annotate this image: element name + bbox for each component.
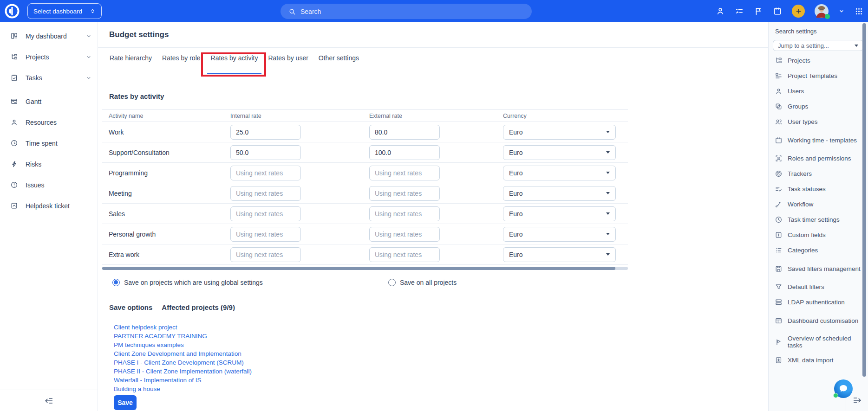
activity-name: Support/Consultation [102,149,230,156]
currency-select[interactable]: Euro [503,166,616,180]
sidebar-item-risks[interactable]: Risks [0,154,98,174]
setting-item-groups[interactable]: Groups [769,99,868,114]
app-logo-icon[interactable] [4,3,20,19]
save-button[interactable]: Save [114,395,137,410]
setting-item-working-time-templates[interactable]: Working time - templates [769,129,868,151]
currency-select[interactable]: Euro [503,186,616,201]
project-link-phase-i-client-zone-development-scrum[interactable]: PHASE I - Client Zone Development (SCRUM… [114,358,244,367]
setting-item-default-filters[interactable]: Default filters [769,279,868,295]
project-link-phase-ii-client-zone-implementation-waterfall[interactable]: PHASE II - Client Zone Implementation (w… [114,367,252,376]
tasks-icon [10,74,18,82]
horizontal-scrollbar-thumb[interactable] [102,267,615,270]
setting-item-trackers[interactable]: Trackers [769,166,868,181]
radio-button[interactable] [388,279,396,286]
setting-item-dashboard-customisation[interactable]: Dashboard customisation [769,310,868,331]
internal-rate-input[interactable] [230,206,301,221]
horizontal-scrollbar[interactable] [102,267,628,270]
setting-item-custom-fields[interactable]: Custom fields [769,227,868,243]
apps-grid-icon[interactable] [855,7,863,16]
setting-item-roles-and-permissions[interactable]: Roles and permissions [769,151,868,166]
settings-tabs: Rate hierarchyRates by roleRates by acti… [98,48,768,68]
setting-item-overview-of-scheduled-tasks[interactable]: Overview of scheduled tasks [769,331,868,353]
tab-rates-by-user[interactable]: Rates by user [263,48,313,68]
sidebar-item-helpdesk-ticket[interactable]: Helpdesk ticket [0,195,98,216]
external-rate-input[interactable] [369,125,440,140]
user-icon[interactable] [716,6,725,16]
setting-item-task-statuses[interactable]: Task statuses [769,181,868,197]
sidebar-item-tasks[interactable]: Tasks [0,67,98,88]
setting-item-categories[interactable]: Categories [769,243,868,258]
settings-sidebar: Search settings Jump to a setting... Pro… [768,22,868,411]
chevron-down-icon [86,75,91,81]
setting-item-ldap-authentication[interactable]: LDAP authentication [769,295,868,310]
currency-select[interactable]: Euro [503,206,616,221]
project-link-client-helpdesk-project[interactable]: Client helpdesk project [114,323,177,332]
search-input[interactable]: Search [281,4,532,19]
setting-item-xml-data-import[interactable]: XML data import [769,353,868,367]
internal-rate-input[interactable] [230,145,301,160]
add-new-button[interactable] [792,5,805,18]
chevron-down-icon[interactable] [838,8,845,14]
internal-rate-input[interactable] [230,227,301,242]
save-scope-options: Save on projects which are using global … [98,278,768,287]
internal-rate-input[interactable] [230,125,301,140]
select-dashboard-label: Select dashboard [33,8,82,15]
checklist-icon[interactable] [735,6,744,16]
setting-item-users[interactable]: Users [769,83,868,99]
setting-item-saved-filters-management[interactable]: Saved filters management [769,258,868,279]
setting-item-task-timer-settings[interactable]: Task timer settings [769,212,868,227]
setting-item-workflow[interactable]: Workflow [769,197,868,212]
radio-option-save-on-projects-which-are-using-global-settings[interactable]: Save on projects which are using global … [112,279,388,286]
tab-other-settings[interactable]: Other settings [313,48,364,68]
gantt-icon [10,97,18,105]
sidebar-item-projects[interactable]: Projects [0,46,98,67]
calendar-icon[interactable] [773,6,782,16]
currency-select[interactable]: Euro [503,227,616,242]
project-link-partner-academy-training[interactable]: PARTNER ACADEMY TRAINING [114,332,207,340]
activity-name: Meeting [102,190,230,197]
affected-projects-label[interactable]: Affected projects (9/9) [162,303,235,311]
currency-select[interactable]: Euro [503,247,616,262]
internal-rate-input[interactable] [230,186,301,201]
tab-rates-by-activity[interactable]: Rates by activity [206,48,263,68]
external-rate-input[interactable] [369,247,440,262]
currency-select[interactable]: Euro [503,125,616,140]
sidebar-item-time-spent[interactable]: Time spent [0,133,98,154]
external-rate-input[interactable] [369,166,440,180]
project-link-building-a-house[interactable]: Building a house [114,385,160,393]
user-avatar[interactable] [815,4,829,18]
chat-widget-button[interactable] [834,379,853,398]
project-link-waterfall-implementation-of-is[interactable]: Waterfall - Implementation of IS [114,376,202,385]
select-dashboard-button[interactable]: Select dashboard [27,3,102,19]
tab-rate-hierarchy[interactable]: Rate hierarchy [104,48,157,68]
external-rate-input[interactable] [369,145,440,160]
jump-to-setting-select[interactable]: Jump to a setting... [773,40,863,51]
vertical-scrollbar-thumb[interactable] [862,23,866,377]
setting-item-user-types[interactable]: User types [769,114,868,129]
col-header-external-rate: External rate [369,113,503,119]
project-link-client-zone-development-and-implementation[interactable]: Client Zone Development and Implementati… [114,349,241,358]
external-rate-input[interactable] [369,206,440,221]
task-timer-icon [775,216,783,224]
sidebar-item-issues[interactable]: Issues [0,174,98,195]
radio-button[interactable] [112,279,120,286]
flag-icon[interactable] [754,6,763,16]
setting-item-project-templates[interactable]: Project Templates [769,68,868,83]
collapse-settings-sidebar-icon[interactable] [852,395,862,405]
projects-icon [10,53,18,61]
radio-option-save-on-all-projects[interactable]: Save on all projects [388,279,457,286]
external-rate-input[interactable] [369,186,440,201]
external-rate-input[interactable] [369,227,440,242]
collapse-sidebar-icon[interactable] [44,396,54,406]
currency-select[interactable]: Euro [503,145,616,160]
sidebar-item-my-dashboard[interactable]: My dashboard [0,26,98,46]
sidebar-item-gantt[interactable]: Gantt [0,91,98,112]
sidebar-item-resources[interactable]: Resources [0,112,98,133]
users-icon [775,87,783,95]
internal-rate-input[interactable] [230,247,301,262]
tab-rates-by-role[interactable]: Rates by role [157,48,205,68]
internal-rate-input[interactable] [230,166,301,180]
project-link-pm-techniques-examples[interactable]: PM techniques examples [114,340,184,349]
setting-item-projects[interactable]: Projects [769,53,868,68]
rates-table: Activity name Internal rate External rat… [102,109,628,265]
